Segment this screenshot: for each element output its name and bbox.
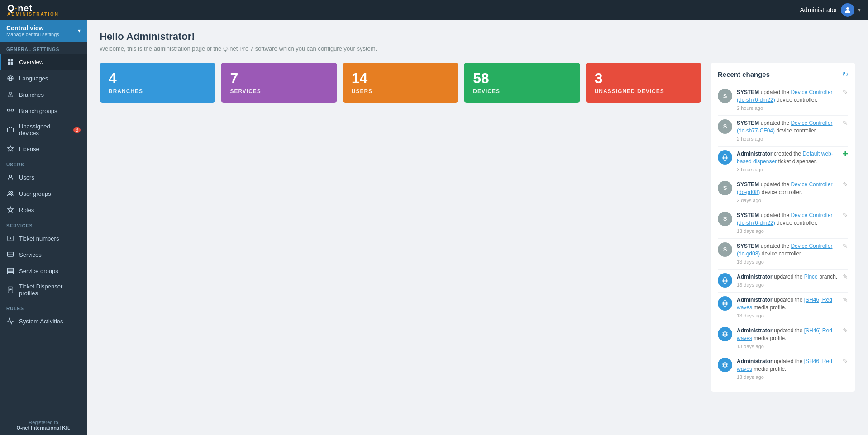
svg-rect-29 bbox=[7, 272, 13, 274]
branch-groups-icon bbox=[6, 107, 14, 115]
sidebar-item-branch-groups[interactable]: Branch groups bbox=[0, 103, 87, 119]
stats-row: 4 BRANCHES 7 SERVICES 14 USERS 58 DEVICE… bbox=[100, 63, 701, 103]
change-avatar: S bbox=[718, 89, 732, 103]
sidebar-item-system-activities[interactable]: System Activities bbox=[0, 313, 87, 329]
overview-icon bbox=[6, 58, 14, 66]
change-text: SYSTEM updated the Device Controller (dc… bbox=[737, 212, 838, 235]
changes-list: S SYSTEM updated the Device Controller (… bbox=[718, 85, 848, 384]
change-text: SYSTEM updated the Device Controller (dc… bbox=[737, 181, 838, 204]
unassigned-badge: 3 bbox=[73, 127, 81, 133]
sidebar-item-branches[interactable]: Branches bbox=[0, 86, 87, 103]
services-label: SERVICES bbox=[230, 88, 328, 95]
stat-users[interactable]: 14 USERS bbox=[343, 63, 458, 103]
users-icon bbox=[6, 173, 14, 181]
change-action: updated the bbox=[761, 243, 791, 249]
languages-label: Languages bbox=[19, 75, 48, 82]
change-timestamp: 2 days ago bbox=[737, 197, 838, 204]
sidebar-item-users[interactable]: Users bbox=[0, 169, 87, 185]
change-action: updated the bbox=[761, 212, 791, 218]
topbar: Q·net ADMINISTRATION Administrator ▾ bbox=[0, 0, 868, 20]
change-avatar bbox=[718, 273, 732, 288]
sidebar-item-overview[interactable]: Overview bbox=[0, 54, 87, 70]
service-groups-label: Service groups bbox=[19, 268, 58, 274]
main-content: Hello Administrator! Welcome, this is th… bbox=[87, 20, 868, 435]
sidebar-item-service-groups[interactable]: Service groups bbox=[0, 263, 87, 279]
change-action: updated the bbox=[774, 297, 804, 303]
change-suffix: device controller. bbox=[777, 220, 817, 226]
svg-rect-3 bbox=[8, 62, 10, 65]
change-suffix: branch. bbox=[819, 274, 837, 280]
change-suffix: media profile. bbox=[754, 335, 786, 341]
change-item: Administrator updated the [SH46] Red wav… bbox=[718, 354, 848, 384]
section-services: SERVICES bbox=[0, 218, 87, 230]
unassigned-devices-label: Unassigned devices bbox=[19, 123, 67, 137]
change-text: Administrator updated the [SH46] Red wav… bbox=[737, 358, 838, 381]
change-timestamp: 2 hours ago bbox=[737, 105, 838, 112]
change-actor: SYSTEM bbox=[737, 181, 759, 188]
change-item: Administrator updated the [SH46] Red wav… bbox=[718, 293, 848, 323]
sidebar-item-license[interactable]: License bbox=[0, 141, 87, 157]
change-action-button[interactable]: ✎ bbox=[843, 296, 848, 303]
change-action-button[interactable]: ✎ bbox=[843, 327, 848, 334]
sidebar-item-unassigned-devices[interactable]: Unassigned devices 3 bbox=[0, 119, 87, 141]
change-avatar bbox=[718, 358, 732, 372]
change-suffix: media profile. bbox=[754, 304, 786, 311]
change-link[interactable]: Pince bbox=[804, 274, 818, 280]
change-avatar bbox=[718, 327, 732, 341]
change-timestamp: 13 days ago bbox=[737, 259, 838, 265]
page-subtitle: Welcome, this is the administration page… bbox=[100, 45, 855, 52]
content-left: 4 BRANCHES 7 SERVICES 14 USERS 58 DEVICE… bbox=[100, 63, 701, 392]
user-avatar bbox=[841, 3, 854, 17]
change-suffix: device controller. bbox=[762, 189, 802, 195]
change-item: S SYSTEM updated the Device Controller (… bbox=[718, 239, 848, 270]
change-action-button[interactable]: ✎ bbox=[843, 119, 848, 127]
central-view-button[interactable]: Central view Manage central settings ▾ bbox=[0, 20, 87, 42]
change-suffix: device controller. bbox=[762, 251, 802, 257]
user-menu-chevron[interactable]: ▾ bbox=[858, 7, 861, 13]
change-text: Administrator updated the Pince branch. … bbox=[737, 273, 838, 288]
sidebar-item-services[interactable]: Services bbox=[0, 246, 87, 263]
sidebar-item-languages[interactable]: Languages bbox=[0, 70, 87, 86]
change-timestamp: 13 days ago bbox=[737, 228, 838, 235]
change-text: Administrator created the Default web-ba… bbox=[737, 150, 838, 173]
sidebar-item-ticket-numbers[interactable]: Ticket numbers bbox=[0, 230, 87, 246]
sidebar-item-roles[interactable]: Roles bbox=[0, 202, 87, 218]
change-item: S SYSTEM updated the Device Controller (… bbox=[718, 85, 848, 116]
change-timestamp: 3 hours ago bbox=[737, 166, 838, 173]
sidebar-item-user-groups[interactable]: User groups bbox=[0, 185, 87, 202]
change-suffix: device controller. bbox=[776, 128, 817, 134]
change-avatar bbox=[718, 150, 732, 165]
branch-groups-label: Branch groups bbox=[19, 108, 57, 114]
services-label: Services bbox=[19, 251, 42, 258]
sidebar-item-ticket-dispenser[interactable]: Ticket Dispenser profiles bbox=[0, 279, 87, 301]
svg-point-19 bbox=[9, 191, 10, 193]
roles-icon bbox=[6, 206, 14, 214]
devices-count: 58 bbox=[473, 71, 571, 85]
central-view-sub: Manage central settings bbox=[6, 32, 59, 37]
services-count: 7 bbox=[230, 71, 328, 85]
change-avatar: S bbox=[718, 212, 732, 226]
change-action-button[interactable]: ✎ bbox=[843, 89, 848, 96]
change-action: updated the bbox=[774, 327, 804, 334]
stat-branches[interactable]: 4 BRANCHES bbox=[100, 63, 215, 103]
page-title: Hello Administrator! bbox=[100, 31, 855, 43]
branches-count: 4 bbox=[109, 71, 206, 85]
central-view-arrow-icon: ▾ bbox=[78, 28, 81, 34]
stat-devices[interactable]: 58 DEVICES bbox=[464, 63, 580, 103]
stat-services[interactable]: 7 SERVICES bbox=[221, 63, 337, 103]
system-activities-label: System Activities bbox=[19, 318, 63, 325]
topbar-user[interactable]: Administrator ▾ bbox=[800, 3, 861, 17]
overview-label: Overview bbox=[19, 59, 43, 66]
users-count: 14 bbox=[352, 71, 449, 85]
change-action-button[interactable]: ✎ bbox=[843, 181, 848, 188]
change-action-button[interactable]: ✎ bbox=[843, 212, 848, 219]
refresh-button[interactable]: ↻ bbox=[842, 70, 848, 79]
change-action-button[interactable]: ✎ bbox=[843, 242, 848, 250]
stat-unassigned[interactable]: 3 UNASSIGNED DEVICES bbox=[586, 63, 701, 103]
change-action-button[interactable]: ✎ bbox=[843, 273, 848, 280]
roles-label: Roles bbox=[19, 207, 34, 213]
change-action-button[interactable]: ✎ bbox=[843, 358, 848, 365]
change-action: updated the bbox=[761, 89, 791, 95]
change-action-button[interactable]: ✚ bbox=[843, 150, 848, 157]
change-avatar: S bbox=[718, 181, 732, 195]
